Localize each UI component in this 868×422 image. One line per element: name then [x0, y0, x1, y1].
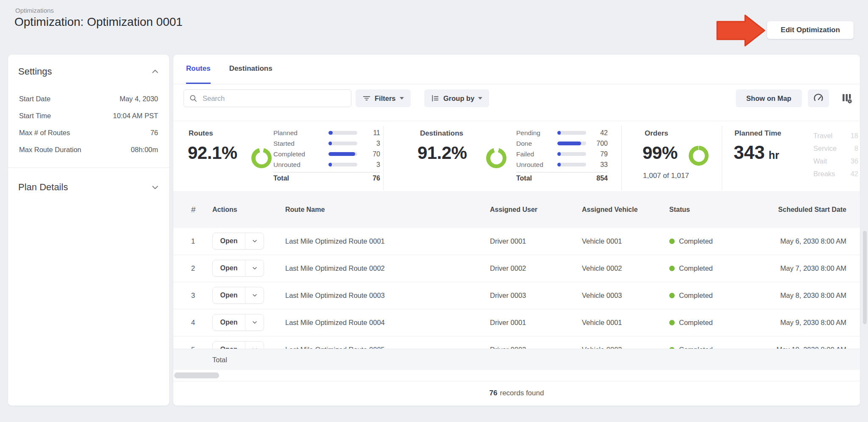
- settings-section-header[interactable]: Settings: [8, 58, 169, 85]
- caret-down-icon: [478, 97, 482, 100]
- row-number: 1: [191, 228, 195, 255]
- breakdown-value: 700: [586, 140, 608, 147]
- route-name[interactable]: Last Mile Optimized Route 0004: [285, 309, 385, 336]
- edit-optimization-button[interactable]: Edit Optimization: [767, 21, 854, 39]
- assigned-vehicle: Vehicle 0003: [582, 282, 622, 309]
- route-name[interactable]: Last Mile Optimized Route 0002: [285, 255, 385, 282]
- assigned-user: Driver 0003: [490, 282, 526, 309]
- open-button-label[interactable]: Open: [213, 341, 245, 349]
- column-header-assigned-user[interactable]: Assigned User: [490, 191, 537, 228]
- column-header-number[interactable]: #: [191, 191, 196, 228]
- column-header-scheduled-start-date[interactable]: Scheduled Start Date: [778, 191, 846, 228]
- dashboard-gauge-button[interactable]: [808, 89, 829, 107]
- open-split-button[interactable]: Open: [212, 341, 264, 349]
- sidebar-divider: [8, 167, 169, 168]
- open-button-chevron-icon[interactable]: [245, 287, 264, 303]
- column-header-actions[interactable]: Actions: [212, 191, 237, 228]
- route-name[interactable]: Last Mile Optimized Route 0001: [285, 228, 385, 255]
- open-button-label[interactable]: Open: [213, 287, 245, 303]
- column-header-route-name[interactable]: Route Name: [285, 191, 325, 228]
- search-box[interactable]: [184, 89, 351, 107]
- setting-value: 10:04 AM PST: [113, 112, 158, 120]
- time-legend-value: 8: [846, 142, 858, 155]
- setting-label: Max # of Routes: [19, 129, 70, 137]
- column-header-assigned-vehicle[interactable]: Assigned Vehicle: [582, 191, 638, 228]
- page: Optimizations Optimization: Optimization…: [0, 0, 868, 422]
- search-input[interactable]: [202, 94, 346, 103]
- horizontal-scrollbar-thumb[interactable]: [174, 372, 219, 378]
- scheduled-start-date: May 9, 2030 8:00 AM: [780, 309, 846, 336]
- breakdown-bar: [557, 142, 586, 145]
- assigned-vehicle: Vehicle 0001: [582, 228, 622, 255]
- scheduled-start-date: May 7, 2030 8:00 AM: [780, 255, 846, 282]
- assigned-user: Driver 0001: [490, 309, 526, 336]
- status-label: Completed: [679, 292, 713, 300]
- time-legend-label: Wait: [813, 155, 846, 167]
- table-columns-settings-button[interactable]: [837, 89, 856, 107]
- settings-panel: Settings Start Date May 4, 2030 Start Ti…: [8, 54, 170, 406]
- assigned-user: Driver 0001: [490, 228, 526, 255]
- horizontal-scrollbar: [173, 370, 860, 381]
- group-by-label: Group by: [443, 94, 474, 103]
- time-legend-value: 36: [846, 155, 858, 167]
- settings-rows: Start Date May 4, 2030 Start Time 10:04 …: [8, 90, 169, 158]
- table-total-row: Total: [173, 349, 860, 370]
- open-button-label[interactable]: Open: [213, 233, 245, 249]
- destinations-breakdown: Pending 42 Done 700 Failed 79 Unrouted 3…: [516, 128, 608, 184]
- routes-breakdown: Planned 11 Started 3 Completed 70 Unrout…: [273, 128, 380, 184]
- breadcrumb[interactable]: Optimizations: [15, 7, 54, 14]
- destinations-donut-chart: [486, 148, 506, 168]
- search-icon: [189, 94, 198, 103]
- breakdown-label: Unrouted: [516, 159, 557, 170]
- open-button-label[interactable]: Open: [213, 314, 245, 330]
- open-button-chevron-icon[interactable]: [245, 233, 264, 249]
- open-split-button[interactable]: Open: [212, 260, 264, 277]
- chevron-down-icon[interactable]: [151, 183, 159, 191]
- breakdown-total-label: Total: [273, 172, 328, 184]
- settings-title: Settings: [18, 66, 52, 77]
- tab-routes[interactable]: Routes: [186, 55, 211, 84]
- assigned-user: Driver 0002: [490, 255, 526, 282]
- status-dot-icon: [669, 293, 675, 298]
- breakdown-total-label: Total: [516, 172, 557, 184]
- show-on-map-button[interactable]: Show on Map: [736, 89, 802, 107]
- table-row: 2 Open Last Mile Optimized Route 0002 Dr…: [173, 255, 860, 282]
- settings-row: Start Date May 4, 2030: [8, 90, 169, 107]
- status-dot-icon: [669, 320, 675, 325]
- breakdown-label: Completed: [273, 149, 328, 159]
- chevron-up-icon[interactable]: [151, 68, 159, 75]
- open-button-chevron-icon[interactable]: [245, 314, 264, 330]
- setting-label: Start Date: [19, 95, 50, 103]
- setting-label: Max Route Duration: [19, 146, 81, 154]
- caret-down-icon: [400, 97, 404, 100]
- scheduled-start-date: May 10, 2030 8:00 AM: [776, 336, 846, 349]
- row-number: 4: [191, 309, 195, 336]
- orders-subtitle: 1,007 of 1,017: [643, 172, 689, 180]
- breakdown-bar: [557, 163, 586, 167]
- route-name[interactable]: Last Mile Optimized Route 0003: [285, 282, 385, 309]
- breakdown-label: Unrouted: [273, 159, 328, 170]
- plan-details-section-header[interactable]: Plan Details: [8, 174, 169, 201]
- group-by-button[interactable]: Group by: [424, 89, 489, 107]
- tab-destinations[interactable]: Destinations: [229, 55, 273, 84]
- open-button-label[interactable]: Open: [213, 260, 245, 276]
- open-split-button[interactable]: Open: [212, 233, 264, 250]
- route-name[interactable]: Last Mile Optimized Route 0005: [285, 336, 385, 349]
- main-panel: Routes Destinations Filters Group by Sho…: [173, 54, 860, 406]
- open-button-chevron-icon[interactable]: [245, 341, 264, 349]
- stat-divider: [383, 126, 384, 190]
- stat-divider: [621, 126, 622, 190]
- status-label: Completed: [679, 237, 713, 245]
- records-suffix: records found: [500, 389, 544, 397]
- table-row: 3 Open Last Mile Optimized Route 0003 Dr…: [173, 282, 860, 309]
- group-by-icon: [431, 94, 440, 103]
- vertical-scrollbar-thumb[interactable]: [863, 231, 867, 324]
- column-header-status[interactable]: Status: [669, 191, 690, 228]
- table-header: # Actions Route Name Assigned User Assig…: [173, 191, 860, 228]
- open-button-chevron-icon[interactable]: [245, 260, 264, 276]
- status-label: Completed: [679, 346, 713, 349]
- filters-button[interactable]: Filters: [356, 89, 411, 107]
- filters-label: Filters: [375, 94, 396, 103]
- open-split-button[interactable]: Open: [212, 287, 264, 304]
- open-split-button[interactable]: Open: [212, 314, 264, 331]
